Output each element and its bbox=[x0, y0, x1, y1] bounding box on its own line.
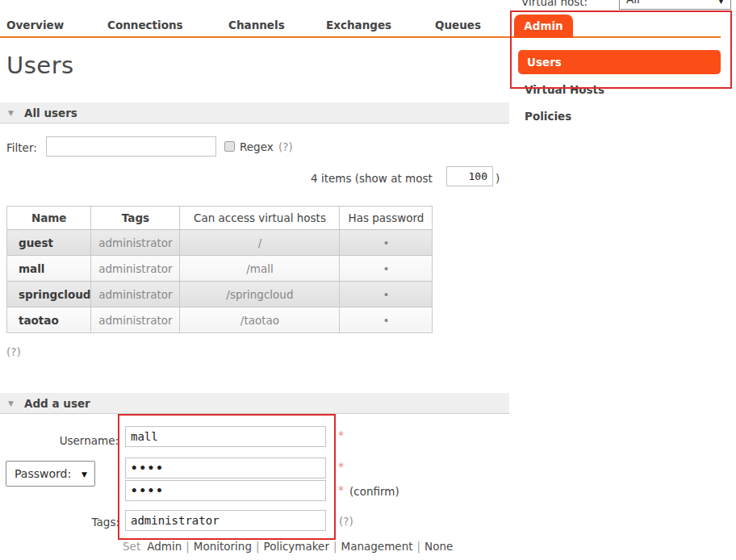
section-all-users-title: All users bbox=[24, 102, 77, 123]
chevron-down-icon: ▼ bbox=[82, 470, 87, 479]
user-name-link[interactable]: mall bbox=[7, 256, 91, 282]
separator: | bbox=[412, 540, 424, 553]
sidebar-item-virtual-hosts[interactable]: Virtual Hosts bbox=[525, 83, 604, 96]
collapse-triangle-icon: ▼ bbox=[8, 399, 14, 407]
users-table: Name Tags Can access virtual hosts Has p… bbox=[6, 206, 433, 333]
nav-tab-queues[interactable]: Queues bbox=[435, 19, 481, 31]
virtual-host-value: All bbox=[626, 0, 640, 6]
required-marker: * bbox=[338, 428, 344, 441]
table-header-row: Name Tags Can access virtual hosts Has p… bbox=[7, 207, 433, 230]
table-row: mall administrator /mall • bbox=[7, 256, 433, 282]
nav-tab-exchanges[interactable]: Exchanges bbox=[326, 19, 391, 31]
user-name-link[interactable]: taotao bbox=[7, 307, 91, 333]
user-vhosts: /mall bbox=[180, 256, 340, 282]
user-tags: administrator bbox=[91, 307, 180, 333]
regex-checkbox[interactable] bbox=[224, 141, 235, 152]
has-password-dot: • bbox=[340, 282, 433, 307]
separator: | bbox=[252, 540, 264, 553]
tag-link-none[interactable]: None bbox=[424, 540, 453, 553]
nav-underline bbox=[0, 36, 721, 38]
sidebar-item-policies[interactable]: Policies bbox=[525, 110, 571, 123]
col-header-tags[interactable]: Tags bbox=[91, 207, 180, 230]
username-label: Username: bbox=[48, 434, 119, 447]
has-password-dot: • bbox=[340, 307, 433, 333]
required-marker: * bbox=[338, 483, 344, 496]
password-confirm-input[interactable] bbox=[125, 480, 326, 501]
section-all-users[interactable]: ▼ All users bbox=[0, 102, 509, 123]
tag-link-admin[interactable]: Admin bbox=[147, 540, 182, 553]
tag-link-monitoring[interactable]: Monitoring bbox=[194, 540, 252, 553]
nav-tab-admin-active[interactable]: Admin bbox=[514, 15, 573, 38]
username-input[interactable] bbox=[125, 426, 326, 447]
section-add-a-user-title: Add a user bbox=[24, 393, 90, 414]
set-label: Set bbox=[123, 540, 140, 553]
collapse-triangle-icon: ▼ bbox=[8, 109, 14, 117]
col-header-has-password: Has password bbox=[340, 207, 433, 230]
user-vhosts: /springcloud bbox=[180, 282, 340, 307]
user-tags: administrator bbox=[91, 230, 180, 256]
separator: | bbox=[329, 540, 341, 553]
has-password-dot: • bbox=[340, 230, 433, 256]
filter-input[interactable] bbox=[46, 136, 216, 157]
regex-label: Regex bbox=[240, 140, 274, 153]
confirm-label: (confirm) bbox=[349, 485, 399, 498]
tag-link-management[interactable]: Management bbox=[341, 540, 413, 553]
items-count-close-paren: ) bbox=[496, 172, 500, 185]
user-name-link[interactable]: guest bbox=[7, 230, 91, 256]
separator: | bbox=[182, 540, 194, 553]
user-tags: administrator bbox=[91, 256, 180, 282]
virtual-host-label: Virtual host: bbox=[521, 0, 588, 8]
nav-tab-overview[interactable]: Overview bbox=[6, 19, 64, 31]
tags-label: Tags: bbox=[73, 516, 119, 529]
required-marker: * bbox=[338, 460, 344, 473]
nav-tab-connections[interactable]: Connections bbox=[107, 19, 183, 31]
filter-label: Filter: bbox=[6, 141, 37, 154]
tag-shortcuts-row: SetAdmin|Monitoring|Policymaker|Manageme… bbox=[123, 540, 453, 553]
page-title: Users bbox=[6, 52, 74, 79]
col-header-vhosts: Can access virtual hosts bbox=[180, 207, 340, 230]
col-header-name[interactable]: Name bbox=[7, 207, 91, 230]
section-add-a-user[interactable]: ▼ Add a user bbox=[0, 393, 509, 414]
password-input[interactable] bbox=[125, 458, 326, 479]
table-row: guest administrator / • bbox=[7, 230, 433, 256]
password-type-select[interactable]: Password: ▼ bbox=[6, 461, 95, 487]
tags-help-link[interactable]: (?) bbox=[339, 515, 353, 528]
sidebar-item-users-active[interactable]: Users bbox=[518, 50, 721, 74]
password-select-value: Password: bbox=[15, 462, 71, 487]
user-tags: administrator bbox=[91, 282, 180, 307]
has-password-dot: • bbox=[340, 256, 433, 282]
user-vhosts: / bbox=[180, 230, 340, 256]
regex-help-link[interactable]: (?) bbox=[278, 140, 293, 153]
table-row: taotao administrator /taotao • bbox=[7, 307, 433, 333]
tags-input[interactable] bbox=[125, 510, 326, 531]
user-name-link[interactable]: springcloud bbox=[7, 282, 91, 307]
show-at-most-input[interactable] bbox=[446, 166, 493, 186]
items-count-text: 4 items (show at most bbox=[311, 172, 433, 185]
nav-tab-channels[interactable]: Channels bbox=[228, 19, 285, 31]
virtual-host-select[interactable]: All ▼ bbox=[619, 0, 731, 10]
user-vhosts: /taotao bbox=[180, 307, 340, 333]
tag-link-policymaker[interactable]: Policymaker bbox=[264, 540, 329, 553]
chevron-down-icon: ▼ bbox=[718, 0, 724, 5]
table-help-link[interactable]: (?) bbox=[6, 345, 21, 358]
table-row: springcloud administrator /springcloud • bbox=[7, 282, 433, 307]
